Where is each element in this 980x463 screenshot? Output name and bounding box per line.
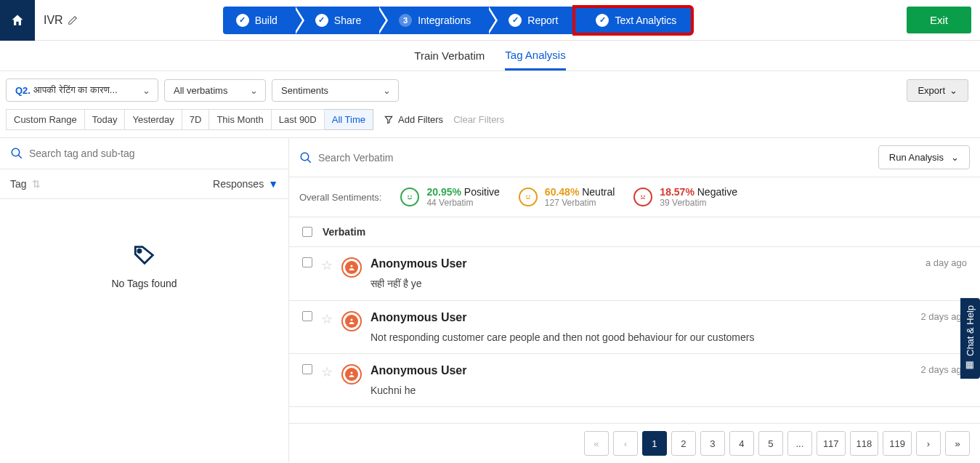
svg-point-0 [12,148,20,156]
pager-page-2[interactable]: 2 [671,431,696,456]
star-icon[interactable]: ☆ [321,311,333,327]
step-build[interactable]: ✓Build [223,7,293,34]
edit-icon[interactable] [68,15,78,25]
avatar [341,257,362,278]
verbatim-search-bar[interactable] [299,151,871,164]
row-checkbox[interactable] [302,311,312,321]
check-icon: ✓ [315,14,328,27]
step-report[interactable]: ✓Report [487,7,574,34]
svg-line-1 [18,155,22,158]
verbatim-row[interactable]: ☆Anonymous UserNot responding customer c… [289,301,980,354]
step-text-analytics[interactable]: ✓Text Analytics [574,7,692,34]
time-range-7d[interactable]: 7D [182,109,210,130]
verbatim-text: Kuchni he [370,385,912,396]
sort-icon: ⇅ [32,178,41,190]
smile-icon [400,188,419,206]
star-icon[interactable]: ☆ [321,364,333,380]
pager-prev[interactable]: ‹ [613,431,638,456]
time-range-yesterday[interactable]: Yesterday [125,109,182,130]
run-analysis-button[interactable]: Run Analysis ⌄ [878,145,970,169]
sentiments-summary: Overall Sentiments: 20.95% Positive 44 V… [289,177,980,217]
pager-first[interactable]: « [584,431,609,456]
chat-help-tab[interactable]: ▦ Chat & Help [960,298,980,379]
avatar-inner-icon [345,368,358,381]
run-analysis-label: Run Analysis [889,152,944,163]
tag-search-bar[interactable] [0,138,288,169]
select-all-checkbox[interactable] [302,227,312,237]
question-filter-dropdown[interactable]: Q2. आपकी रेटिंग का कारण... ⌄ [6,78,158,102]
export-button[interactable]: Export ⌄ [907,79,968,102]
tag-search-input[interactable] [29,148,278,159]
sort-icon: ▼ [268,178,278,190]
sentiments-filter-label: Sentiments [281,85,328,96]
pager-next[interactable]: › [916,431,941,456]
time-range-today[interactable]: Today [85,109,126,130]
step-label: Share [334,15,361,26]
verbatim-search-input[interactable] [318,152,871,164]
row-checkbox[interactable] [302,364,312,374]
verbatim-timestamp: a day ago [926,257,967,268]
tab-tag-analysis[interactable]: Tag Analysis [505,41,565,71]
pager-page-119[interactable]: 119 [883,431,912,456]
pager-page-1[interactable]: 1 [642,431,667,456]
verbatims-filter-dropdown[interactable]: All verbatims ⌄ [164,79,266,102]
chevron-down-icon: ⌄ [951,152,959,163]
home-icon [10,13,25,28]
home-button[interactable] [0,0,35,41]
check-icon: ✓ [236,14,249,27]
exit-button[interactable]: Exit [907,7,971,33]
sub-tabs: Train Verbatim Tag Analysis [0,41,980,71]
pager-page-118[interactable]: 118 [850,431,879,456]
neutral-face-icon [519,188,538,206]
verbatim-row[interactable]: ☆Anonymous Userसही नहीं है yea day ago [289,247,980,301]
clear-filters-button[interactable]: Clear Filters [453,114,504,125]
filter-icon [384,115,394,125]
pagination: «‹12345...117118119›» [289,423,980,463]
right-panel: Run Analysis ⌄ Overall Sentiments: 20.95… [289,138,980,462]
time-range-row: Custom RangeTodayYesterday7DThis MonthLa… [0,109,980,137]
chevron-down-icon: ⌄ [383,85,391,96]
pager-page-117[interactable]: 117 [817,431,846,456]
project-title: IVR [44,14,78,27]
step-integrations[interactable]: 3Integrations [377,7,487,34]
svg-point-2 [137,249,140,252]
verbatim-row[interactable]: ☆Anonymous UserKuchni he2 days ago [289,354,980,407]
wizard-steps: ✓Build✓Share3Integrations✓Report✓Text An… [223,7,693,34]
svg-point-12 [351,265,353,267]
step-share[interactable]: ✓Share [293,7,377,34]
verbatim-user: Anonymous User [370,364,912,377]
chat-icon: ▦ [965,361,976,371]
responses-column-label[interactable]: Responses ▼ [213,178,278,190]
pager-last[interactable]: » [945,431,970,456]
star-icon[interactable]: ☆ [321,257,333,273]
svg-point-10 [641,196,642,196]
svg-line-4 [307,159,311,163]
positive-count: 44 Verbatim [426,198,499,208]
pager-page-5[interactable]: 5 [758,431,783,456]
time-range-last-90d[interactable]: Last 90D [272,109,325,130]
neutral-percent: 60.48% [545,186,579,198]
row-checkbox[interactable] [302,257,312,267]
add-filters-label: Add Filters [398,114,443,125]
sentiment-neutral: 60.48% Neutral 127 Verbatim [519,186,615,208]
pager-page-4[interactable]: 4 [729,431,754,456]
project-name: IVR [44,14,63,27]
time-range-all-time[interactable]: All Time [325,109,373,130]
question-text: आपकी रेटिंग का कारण... [33,84,118,96]
neutral-count: 127 Verbatim [545,198,615,208]
chevron-down-icon: ⌄ [949,85,957,96]
avatar-inner-icon [345,315,358,328]
add-filters-button[interactable]: Add Filters [384,114,443,125]
step-label: Text Analytics [615,15,676,26]
sentiments-filter-dropdown[interactable]: Sentiments ⌄ [272,79,399,102]
time-range-this-month[interactable]: This Month [209,109,271,130]
svg-point-14 [351,372,353,374]
svg-point-8 [530,196,530,196]
time-range-custom-range[interactable]: Custom Range [6,109,85,130]
verbatim-table-header: Verbatim [289,217,980,247]
tag-column-label[interactable]: Tag ⇅ [10,178,41,190]
search-icon [299,151,312,164]
tab-train-verbatim[interactable]: Train Verbatim [414,42,485,69]
overall-sentiments-label: Overall Sentiments: [299,192,381,203]
pager-page-3[interactable]: 3 [700,431,725,456]
